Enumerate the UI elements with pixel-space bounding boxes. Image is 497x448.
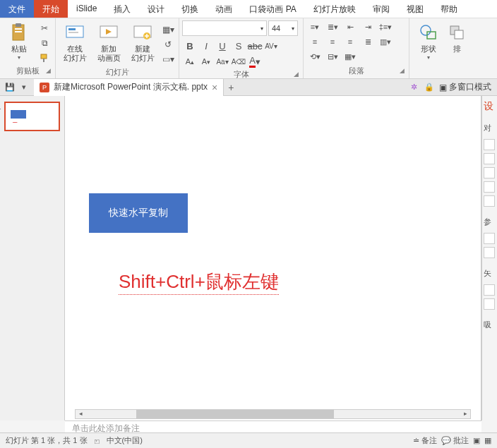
notes-toggle[interactable]: ≐ 备注 bbox=[413, 435, 437, 446]
tab-insert[interactable]: 插入 bbox=[105, 0, 139, 18]
format-painter-button[interactable] bbox=[38, 52, 51, 64]
multiwindow-button[interactable]: ▣ 多窗口模式 bbox=[439, 81, 491, 93]
reset-button[interactable]: ↺ bbox=[162, 38, 174, 51]
rightpane-button[interactable] bbox=[484, 167, 495, 178]
settings-icon[interactable]: ✲ bbox=[408, 82, 419, 93]
align-text-button[interactable]: ⊟▾ bbox=[324, 50, 341, 63]
tab-help[interactable]: 帮助 bbox=[432, 0, 466, 18]
svg-rect-7 bbox=[68, 28, 76, 30]
tab-animation[interactable]: 动画 bbox=[207, 0, 241, 18]
lock-icon[interactable]: 🔒 bbox=[424, 82, 435, 93]
rectangle-shape[interactable]: 快速水平复制 bbox=[89, 193, 188, 233]
change-case-button[interactable]: Aa▾ bbox=[215, 54, 230, 69]
cut-button[interactable]: ✂ bbox=[38, 22, 51, 35]
tab-transition[interactable]: 切换 bbox=[173, 0, 207, 18]
chevron-down-icon: ▾ bbox=[292, 25, 294, 32]
spacing-button[interactable]: AV▾ bbox=[263, 38, 279, 54]
document-tabbar: 💾 ▾ P 新建Microsoft PowerPoint 演示文稿. pptx … bbox=[0, 79, 497, 96]
justify-button[interactable]: ≣ bbox=[359, 35, 376, 48]
new-anim-button[interactable]: 新加 动画页 bbox=[92, 20, 125, 64]
new-tab-button[interactable]: + bbox=[224, 82, 238, 93]
underline-button[interactable]: U bbox=[215, 38, 230, 54]
font-color-button[interactable]: A▾ bbox=[247, 54, 263, 69]
document-tab[interactable]: P 新建Microsoft PowerPoint 演示文稿. pptx × bbox=[34, 79, 224, 96]
tab-slideshow[interactable]: 幻灯片放映 bbox=[305, 0, 364, 18]
arrange-button[interactable]: 排 bbox=[446, 20, 467, 55]
launcher-icon[interactable]: ◢ bbox=[294, 71, 299, 78]
scroll-left-button[interactable]: ◂ bbox=[76, 410, 85, 418]
indent-dec-button[interactable]: ⇤ bbox=[342, 20, 359, 33]
spellcheck-icon[interactable]: ⏍ bbox=[95, 437, 100, 445]
tab-home[interactable]: 开始 bbox=[34, 0, 68, 18]
new-slide-icon bbox=[132, 22, 153, 43]
group-label-clipboard: 剪贴板◢ bbox=[3, 66, 52, 78]
rightpane-button[interactable] bbox=[484, 233, 495, 244]
online-slides-button[interactable]: 在线 幻灯片 bbox=[59, 20, 91, 64]
svg-rect-3 bbox=[15, 31, 22, 32]
rightpane-button[interactable] bbox=[484, 298, 495, 310]
clear-format-button[interactable]: A⌫ bbox=[231, 54, 246, 69]
tip-text[interactable]: Shift+Ctrl+鼠标左键 bbox=[119, 270, 279, 295]
launcher-icon[interactable]: ◢ bbox=[400, 67, 405, 74]
new-slide-button[interactable]: 新建 幻灯片 bbox=[126, 20, 159, 64]
tab-view[interactable]: 视图 bbox=[398, 0, 432, 18]
tab-islide[interactable]: iSlide bbox=[68, 0, 105, 18]
scroll-right-button[interactable]: ▸ bbox=[460, 410, 470, 418]
rightpane-button[interactable] bbox=[484, 153, 495, 164]
svg-point-12 bbox=[421, 25, 431, 35]
comments-toggle[interactable]: 💬 批注 bbox=[441, 435, 469, 446]
horizontal-scrollbar[interactable]: ◂ ▸ bbox=[75, 409, 471, 419]
status-language[interactable]: 中文(中国) bbox=[107, 435, 143, 446]
columns-button[interactable]: ▥▾ bbox=[377, 35, 394, 48]
rightpane-button[interactable] bbox=[484, 247, 495, 258]
sorter-view-button[interactable]: ▦ bbox=[484, 436, 491, 445]
save-button[interactable]: 💾 bbox=[4, 82, 16, 93]
shrink-font-button[interactable]: A▾ bbox=[198, 54, 214, 69]
copy-button[interactable]: ⧉ bbox=[38, 37, 51, 49]
indent-inc-button[interactable]: ⇥ bbox=[359, 20, 376, 33]
grow-font-button[interactable]: A▴ bbox=[182, 54, 198, 69]
section-button[interactable]: ▭▾ bbox=[162, 53, 174, 66]
align-center-button[interactable]: ≡ bbox=[324, 35, 341, 48]
line-spacing-button[interactable]: ‡≡▾ bbox=[377, 20, 394, 33]
svg-rect-4 bbox=[41, 54, 47, 59]
slide-canvas[interactable]: 快速水平复制 Shift+Ctrl+鼠标左键 ◂ ▸ bbox=[65, 96, 481, 420]
bold-button[interactable]: B bbox=[182, 38, 198, 54]
rightpane-button[interactable] bbox=[484, 181, 495, 193]
slide-thumbnail[interactable]: 1 ━━━ bbox=[4, 102, 60, 131]
rightpane-button[interactable] bbox=[484, 195, 495, 207]
rightpane-button[interactable] bbox=[484, 139, 495, 150]
rightpane-button[interactable] bbox=[484, 284, 495, 296]
smartart-button[interactable]: ▦▾ bbox=[342, 50, 359, 63]
group-paragraph: ≡▾ ≣▾ ⇤ ⇥ ‡≡▾ ≡ ≡ ≡ ≣ ▥▾ ⟲▾ ⊟▾ ▦▾ 段落◢ bbox=[304, 18, 409, 78]
launcher-icon[interactable]: ◢ bbox=[46, 67, 51, 74]
normal-view-button[interactable]: ▣ bbox=[473, 436, 480, 445]
tab-pocket[interactable]: 口袋动画 PA bbox=[241, 0, 304, 18]
strike-button[interactable]: abc bbox=[247, 38, 263, 54]
italic-button[interactable]: I bbox=[198, 38, 214, 54]
text-direction-button[interactable]: ⟲▾ bbox=[306, 50, 323, 63]
tab-design[interactable]: 设计 bbox=[139, 0, 173, 18]
tab-review[interactable]: 审阅 bbox=[364, 0, 398, 18]
shapes-icon bbox=[418, 22, 439, 43]
shadow-button[interactable]: S bbox=[231, 38, 246, 54]
align-right-button[interactable]: ≡ bbox=[342, 35, 359, 48]
status-slide-info: 幻灯片 第 1 张，共 1 张 bbox=[6, 435, 88, 446]
scroll-track[interactable] bbox=[85, 410, 460, 418]
svg-rect-15 bbox=[455, 30, 463, 39]
bullets-button[interactable]: ≡▾ bbox=[306, 20, 323, 33]
thumbnail-pane[interactable]: 1 ━━━ bbox=[0, 96, 65, 420]
close-tab-button[interactable]: × bbox=[212, 82, 217, 93]
font-name-select[interactable]: ▾ bbox=[182, 20, 267, 36]
slide[interactable]: 快速水平复制 Shift+Ctrl+鼠标左键 bbox=[75, 100, 471, 408]
qat-more-button[interactable]: ▾ bbox=[18, 82, 30, 93]
paste-button[interactable]: 粘贴 ▾ bbox=[3, 20, 35, 62]
group-font: ▾ 44▾ B I U S abc AV▾ A▴ A▾ Aa▾ A⌫ A▾ 字体… bbox=[179, 18, 304, 78]
scroll-thumb[interactable] bbox=[136, 410, 334, 418]
layout-button[interactable]: ▦▾ bbox=[162, 23, 174, 36]
tab-file[interactable]: 文件 bbox=[0, 0, 34, 18]
shapes-button[interactable]: 形状 ▾ bbox=[412, 20, 445, 62]
align-left-button[interactable]: ≡ bbox=[306, 35, 323, 48]
numbering-button[interactable]: ≣▾ bbox=[324, 20, 341, 33]
font-size-select[interactable]: 44▾ bbox=[268, 20, 298, 36]
